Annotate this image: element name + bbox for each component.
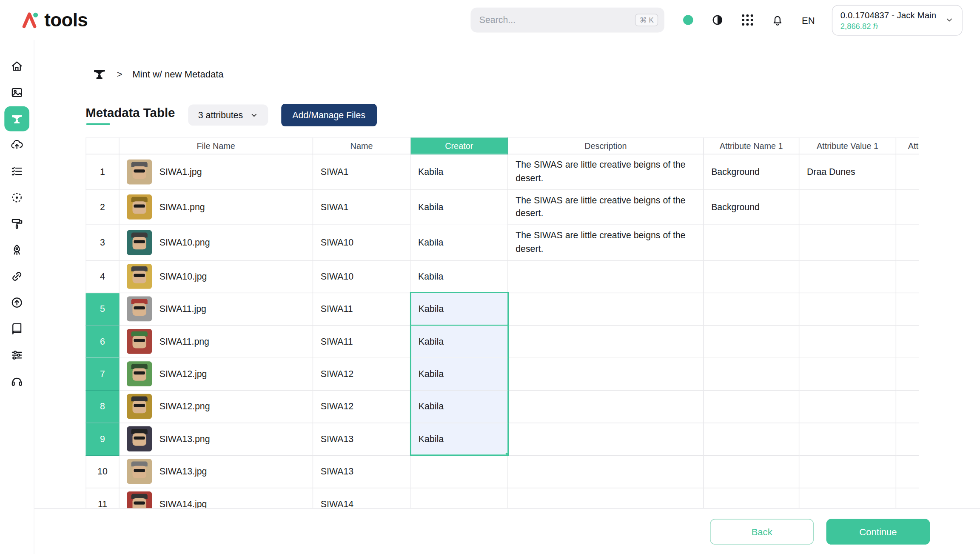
sidebar-item-publish[interactable] <box>4 290 29 315</box>
cell-description[interactable] <box>508 325 704 357</box>
app-logo[interactable]: tools <box>19 9 88 31</box>
cell-name[interactable]: SIWA10 <box>313 225 410 260</box>
sidebar-item-home[interactable] <box>4 54 29 79</box>
cell-name[interactable]: SIWA11 <box>313 293 410 325</box>
cell-attribute-name-2[interactable] <box>896 488 919 508</box>
cell-name[interactable]: SIWA13 <box>313 455 410 488</box>
cell-file-name[interactable]: SIWA1.jpg <box>119 154 313 189</box>
cell-creator[interactable]: Kabila <box>410 325 508 357</box>
row-number-cell[interactable]: 7 <box>86 357 119 390</box>
cell-creator[interactable]: Kabila <box>410 390 508 423</box>
col-header-name[interactable]: Name <box>313 138 410 154</box>
row-number-cell[interactable]: 8 <box>86 390 119 423</box>
col-header-attribute-name-1[interactable]: Attribute Name 1 <box>704 138 799 154</box>
account-menu[interactable]: 0.0.1704837 - Jack Main 2,866.82 ℏ <box>832 5 963 35</box>
cell-attribute-name-2[interactable] <box>896 455 919 488</box>
sidebar-item-links[interactable] <box>4 264 29 289</box>
cell-attribute-name-1[interactable] <box>704 423 799 455</box>
cell-attribute-name-1[interactable] <box>704 260 799 292</box>
cell-name[interactable]: SIWA13 <box>313 423 410 455</box>
col-header-creator[interactable]: Creator <box>410 138 508 154</box>
col-header-file-name[interactable]: File Name <box>119 138 313 154</box>
cell-attribute-name-2[interactable] <box>896 189 919 225</box>
back-button[interactable]: Back <box>710 519 814 544</box>
row-number-cell[interactable]: 11 <box>86 488 119 508</box>
cell-creator[interactable] <box>410 488 508 508</box>
row-number-cell[interactable]: 5 <box>86 293 119 325</box>
cell-file-name[interactable]: SIWA14.jpg <box>119 488 313 508</box>
cell-creator[interactable] <box>410 455 508 488</box>
cell-description[interactable]: The SIWAS are little creative beigns of … <box>508 225 704 260</box>
cell-attribute-name-2[interactable] <box>896 154 919 189</box>
cell-attribute-name-1[interactable] <box>704 390 799 423</box>
cell-attribute-name-1[interactable]: Background <box>704 154 799 189</box>
col-header-description[interactable]: Description <box>508 138 704 154</box>
cell-file-name[interactable]: SIWA10.jpg <box>119 260 313 292</box>
cell-attribute-value-1[interactable]: Draa Dunes <box>799 154 896 189</box>
cell-file-name[interactable]: SIWA11.jpg <box>119 293 313 325</box>
sidebar-item-settings[interactable] <box>4 343 29 368</box>
col-header-index[interactable] <box>86 138 119 154</box>
cell-name[interactable]: SIWA12 <box>313 390 410 423</box>
sidebar-item-support[interactable] <box>4 369 29 394</box>
cell-attribute-name-2[interactable] <box>896 325 919 357</box>
cell-name[interactable]: SIWA11 <box>313 325 410 357</box>
cell-creator[interactable]: Kabila <box>410 225 508 260</box>
sidebar-item-snapshot[interactable] <box>4 185 29 210</box>
cell-attribute-value-1[interactable] <box>799 325 896 357</box>
cell-file-name[interactable]: SIWA1.png <box>119 189 313 225</box>
cell-creator[interactable]: Kabila <box>410 189 508 225</box>
cell-file-name[interactable]: SIWA12.jpg <box>119 357 313 390</box>
search-input[interactable] <box>479 15 635 25</box>
cell-attribute-value-1[interactable] <box>799 189 896 225</box>
cell-description[interactable]: The SIWAS are little creative beigns of … <box>508 154 704 189</box>
cell-creator[interactable]: Kabila <box>410 293 508 325</box>
cell-name[interactable]: SIWA1 <box>313 189 410 225</box>
cell-name[interactable]: SIWA14 <box>313 488 410 508</box>
cell-attribute-value-1[interactable] <box>799 293 896 325</box>
cell-attribute-name-2[interactable] <box>896 357 919 390</box>
row-number-cell[interactable]: 10 <box>86 455 119 488</box>
cell-file-name[interactable]: SIWA10.png <box>119 225 313 260</box>
cell-file-name[interactable]: SIWA13.png <box>119 423 313 455</box>
cell-attribute-name-1[interactable] <box>704 225 799 260</box>
cell-name[interactable]: SIWA12 <box>313 357 410 390</box>
sidebar-item-art[interactable] <box>4 211 29 237</box>
sidebar-item-mint[interactable] <box>4 106 29 131</box>
attributes-dropdown[interactable]: 3 attributes <box>188 104 268 126</box>
sidebar-item-library[interactable] <box>4 317 29 342</box>
apps-grid-icon[interactable] <box>742 14 753 26</box>
cell-attribute-value-1[interactable] <box>799 260 896 292</box>
cell-attribute-name-2[interactable] <box>896 293 919 325</box>
cell-description[interactable] <box>508 488 704 508</box>
cell-creator[interactable]: Kabila <box>410 154 508 189</box>
cell-name[interactable]: SIWA1 <box>313 154 410 189</box>
cell-attribute-name-1[interactable] <box>704 455 799 488</box>
cell-creator[interactable]: Kabila <box>410 357 508 390</box>
cell-attribute-name-1[interactable] <box>704 293 799 325</box>
search-bar[interactable]: ⌘ K <box>470 8 664 33</box>
selection-fill-handle[interactable] <box>505 452 508 455</box>
row-number-cell[interactable]: 9 <box>86 423 119 455</box>
row-number-cell[interactable]: 6 <box>86 325 119 357</box>
cell-attribute-name-2[interactable] <box>896 390 919 423</box>
cell-attribute-value-1[interactable] <box>799 455 896 488</box>
cell-description[interactable] <box>508 455 704 488</box>
col-header-attribute-value-1[interactable]: Attribute Value 1 <box>799 138 896 154</box>
sidebar-item-tasks[interactable] <box>4 159 29 184</box>
cell-creator[interactable]: Kabila <box>410 260 508 292</box>
cell-attribute-name-1[interactable] <box>704 488 799 508</box>
add-manage-files-button[interactable]: Add/Manage Files <box>281 104 377 126</box>
cell-attribute-value-1[interactable] <box>799 488 896 508</box>
cell-description[interactable]: The SIWAS are little creative beigns of … <box>508 189 704 225</box>
row-number-cell[interactable]: 3 <box>86 225 119 260</box>
cell-attribute-name-2[interactable] <box>896 260 919 292</box>
row-number-cell[interactable]: 2 <box>86 189 119 225</box>
sidebar-item-collections[interactable] <box>4 80 29 105</box>
cell-attribute-name-1[interactable] <box>704 357 799 390</box>
cell-file-name[interactable]: SIWA11.png <box>119 325 313 357</box>
sidebar-item-upload[interactable] <box>4 133 29 158</box>
cell-attribute-value-1[interactable] <box>799 225 896 260</box>
cell-file-name[interactable]: SIWA13.jpg <box>119 455 313 488</box>
cell-attribute-name-1[interactable] <box>704 325 799 357</box>
